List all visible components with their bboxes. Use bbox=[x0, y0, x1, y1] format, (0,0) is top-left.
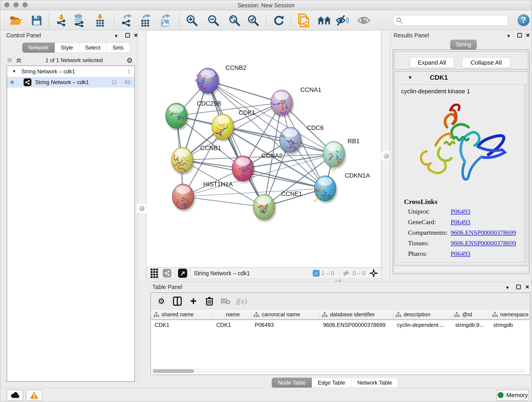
right-splitter[interactable] bbox=[381, 30, 390, 279]
crosslink-link[interactable]: 9606.ENSP00000378699 bbox=[451, 240, 516, 247]
node-RB1[interactable]: RB1 bbox=[323, 138, 360, 171]
node-CCNA1[interactable]: CCNA1 bbox=[271, 86, 322, 115]
table-cell[interactable]: 9606.ENSP00000378699 bbox=[319, 320, 393, 330]
control-panel-float-icon[interactable] bbox=[125, 33, 130, 38]
expand-all-tree-icon[interactable] bbox=[16, 57, 22, 63]
collection-expand-icon[interactable]: ▼ bbox=[12, 69, 16, 74]
table-cell[interactable]: CDK1 bbox=[213, 320, 251, 330]
crosslink-link[interactable]: 9606.ENSP00000378699 bbox=[451, 229, 516, 236]
table-row[interactable]: CDK1CDK1P064939606.ENSP00000378699cyclin… bbox=[151, 320, 530, 330]
zoom-fit-button[interactable] bbox=[227, 13, 241, 27]
edge-CCNB2-CCNA1[interactable] bbox=[208, 81, 282, 103]
control-panel-close-icon[interactable]: × bbox=[134, 32, 138, 39]
column-header--id[interactable]: @id bbox=[452, 309, 490, 319]
import-table-button[interactable] bbox=[93, 13, 107, 27]
memory-button[interactable]: Memory bbox=[496, 390, 529, 401]
table-hscrollbar[interactable] bbox=[152, 369, 525, 374]
control-panel-collapse-icon[interactable]: ▼ bbox=[114, 33, 119, 39]
tab-network[interactable]: Network bbox=[22, 43, 55, 53]
entry-collapse-icon[interactable]: ▼ bbox=[408, 75, 412, 80]
tab-network-table[interactable]: Network Table bbox=[351, 378, 399, 388]
column-header-name[interactable]: name bbox=[213, 309, 251, 319]
results-panel-close-icon[interactable]: × bbox=[526, 32, 530, 39]
string-tab[interactable]: String bbox=[450, 40, 477, 50]
open-session-button[interactable] bbox=[9, 13, 23, 27]
function-builder-icon[interactable]: f(x) bbox=[234, 297, 249, 306]
zoom-selected-button[interactable] bbox=[246, 13, 260, 27]
tab-sets[interactable]: Sets bbox=[107, 43, 130, 53]
table-cell[interactable]: cyclin-dependent ... bbox=[393, 320, 452, 330]
crosslink-link[interactable]: P06493 bbox=[451, 250, 470, 257]
node-CCNE1[interactable]: CCNE1 bbox=[253, 191, 302, 220]
table-panel-collapse-icon[interactable]: ▼ bbox=[505, 285, 510, 290]
add-column-icon[interactable]: + bbox=[185, 295, 201, 307]
collapse-all-button[interactable]: Collapse All bbox=[462, 57, 510, 68]
copy-network-button[interactable] bbox=[297, 13, 311, 27]
tab-edge-table[interactable]: Edge Table bbox=[312, 378, 351, 388]
edge-CCNB2-CCNE1[interactable] bbox=[208, 81, 264, 207]
export-network-button[interactable] bbox=[119, 13, 133, 27]
results-panel-float-icon[interactable] bbox=[517, 33, 522, 38]
table-panel-float-icon[interactable] bbox=[516, 285, 521, 289]
results-scrollbar[interactable] bbox=[524, 85, 526, 262]
tab-select[interactable]: Select bbox=[79, 43, 107, 53]
selected-checkbox[interactable]: ✓ bbox=[313, 270, 320, 277]
network-options-gear-icon[interactable]: ⚙ bbox=[127, 56, 133, 64]
refresh-layout-button[interactable] bbox=[272, 13, 286, 27]
table-cell[interactable]: CDK1 bbox=[151, 320, 213, 330]
table-panel-close-icon[interactable]: × bbox=[525, 283, 529, 291]
table-cell[interactable]: stringdb:9... bbox=[452, 320, 490, 330]
import-network-file-button[interactable] bbox=[55, 13, 69, 27]
column-header-database-identifier[interactable]: database identifier bbox=[319, 309, 393, 319]
collapse-all-tree-icon[interactable] bbox=[7, 57, 13, 63]
crosslink-link[interactable]: P06493 bbox=[451, 218, 470, 226]
delete-table-icon[interactable] bbox=[217, 298, 234, 305]
import-network-database-button[interactable] bbox=[72, 13, 86, 27]
node-label-CCNA1: CCNA1 bbox=[300, 86, 322, 93]
node-CCNB2[interactable]: CCNB2 bbox=[195, 64, 247, 93]
column-header-namespace[interactable]: namespace bbox=[490, 309, 530, 319]
node-HIST1H1A[interactable]: HIST1H1A bbox=[172, 181, 233, 209]
left-splitter[interactable] bbox=[138, 30, 146, 279]
help-button[interactable]: ? bbox=[518, 14, 530, 26]
table-cell[interactable]: stringdb bbox=[490, 320, 530, 330]
hide-eye-button[interactable] bbox=[336, 13, 350, 27]
network-share-toggle[interactable] bbox=[163, 269, 171, 278]
cloud-button[interactable] bbox=[7, 390, 23, 401]
hidden-eye-icon[interactable] bbox=[343, 270, 351, 277]
results-bottom-scrollbar[interactable] bbox=[394, 266, 528, 272]
table-cell[interactable]: P06493 bbox=[251, 320, 319, 330]
zoom-out-button[interactable] bbox=[206, 13, 220, 27]
column-header-description[interactable]: description bbox=[393, 309, 452, 319]
node-CDKN1A[interactable]: CDKN1A bbox=[313, 172, 370, 202]
houses-button[interactable] bbox=[317, 13, 331, 27]
show-columns-icon[interactable] bbox=[169, 297, 185, 306]
save-session-button[interactable] bbox=[30, 13, 44, 27]
network-canvas[interactable]: CCNB2CCNA1CDC25BCDK1CDC6RB1CCNB1CCNA2CDK… bbox=[146, 30, 381, 268]
delete-column-icon[interactable] bbox=[201, 296, 217, 306]
pan-crosshair-icon[interactable] bbox=[369, 269, 378, 278]
show-eye-button[interactable] bbox=[357, 13, 371, 27]
left-splitter-handle[interactable] bbox=[137, 204, 147, 213]
network-collection-row[interactable]: ▼ String Network – cdk1 1 bbox=[7, 66, 134, 77]
network-row[interactable]: String Network – cdk1 11 48 bbox=[7, 77, 134, 88]
warning-button[interactable] bbox=[26, 390, 42, 401]
search-input[interactable] bbox=[403, 17, 504, 24]
cdk1-entry-header[interactable]: ▼ CDK1 bbox=[394, 71, 528, 83]
grid-view-icon[interactable] bbox=[151, 269, 158, 278]
tab-style[interactable]: Style bbox=[55, 43, 79, 53]
table-settings-gear-icon[interactable]: ⚙ bbox=[153, 297, 169, 306]
results-panel-collapse-icon[interactable]: ▼ bbox=[506, 33, 511, 39]
zoom-in-button[interactable] bbox=[185, 13, 199, 27]
column-header-canonical-name[interactable]: canonical name bbox=[251, 309, 319, 319]
network-graph[interactable]: CCNB2CCNA1CDC25BCDK1CDC6RB1CCNB1CCNA2CDK… bbox=[146, 31, 381, 267]
table-hscrollbar-thumb[interactable] bbox=[153, 369, 194, 373]
birdseye-view-icon[interactable]: ↗ bbox=[178, 269, 187, 278]
export-table-button[interactable] bbox=[138, 13, 152, 27]
expand-all-button[interactable]: Expand All bbox=[410, 57, 454, 68]
column-header-shared-name[interactable]: shared name bbox=[151, 309, 213, 319]
crosslink-link[interactable]: P06493 bbox=[451, 208, 470, 215]
edge-CCNE1-HIST1H1A[interactable] bbox=[183, 197, 264, 207]
tab-node-table[interactable]: Node Table bbox=[272, 378, 312, 388]
export-image-button[interactable] bbox=[158, 13, 172, 27]
